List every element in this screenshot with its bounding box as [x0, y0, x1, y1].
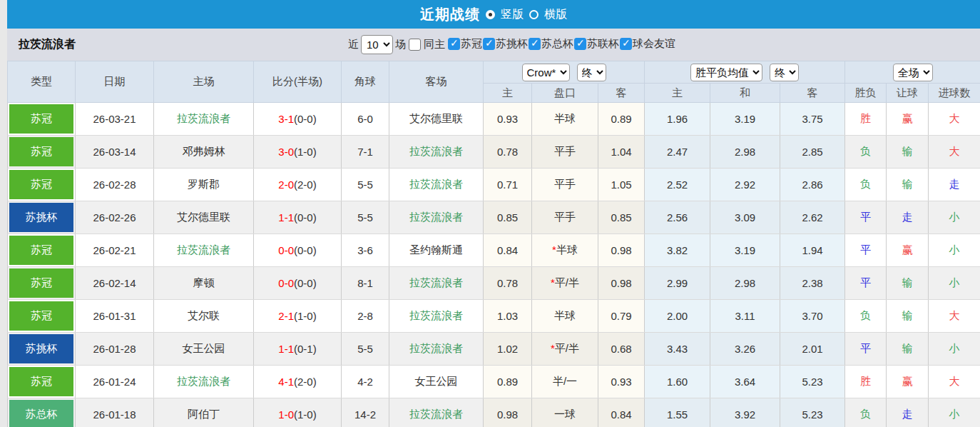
avg-home-odds-cell: 2.52 [645, 169, 710, 201]
company-select[interactable]: Crow* [522, 64, 570, 81]
handicap-cell: *平/半 [532, 267, 598, 300]
fulltime-score: 4-1 [278, 376, 294, 388]
crow-away-odds-cell: 0.93 [598, 366, 645, 398]
radio-horizontal-layout[interactable] [529, 10, 539, 19]
avg-home-odds-cell: 2.00 [645, 300, 710, 333]
avg-away-odds-cell: 5.23 [780, 398, 845, 427]
radio-vertical-label[interactable]: 竖版 [501, 7, 524, 22]
crow-home-odds-cell: 1.03 [484, 300, 532, 333]
radio-horizontal-label[interactable]: 横版 [544, 7, 567, 22]
handicap-cell: 半/一 [532, 366, 598, 398]
crow-home-odds-cell: 0.78 [484, 136, 532, 169]
halftime-score: (2-0) [294, 179, 317, 191]
league-checkbox[interactable] [620, 38, 632, 50]
result-cell: 平 [845, 333, 887, 366]
avg-draw-odds-cell: 2.92 [710, 169, 780, 201]
halftime-score: (0-0) [294, 211, 317, 223]
date-cell: 26-01-24 [76, 366, 154, 398]
avg-away-odds-cell: 2.85 [780, 136, 845, 169]
company-time-select[interactable]: 终 [577, 64, 606, 81]
company-dropdown-group: Crow* 终 [484, 61, 645, 84]
goals-result-cell: 大 [929, 136, 980, 169]
score-cell: 0-0(0-0) [254, 234, 342, 267]
corner-cell: 5-5 [342, 201, 389, 234]
match-row: 苏挑杯26-02-26艾尔德里联1-1(0-0)5-5拉茨流浪者0.85平手0.… [8, 201, 980, 234]
let-ball-result-cell: 输 [887, 267, 929, 300]
league-filter-item: 苏联杯 [573, 37, 619, 51]
handicap-star: * [552, 243, 556, 256]
goals-result-cell: 小 [929, 234, 980, 267]
avg-away-odds-cell: 2.86 [780, 169, 845, 201]
match-row: 苏挑杯26-01-28女王公园1-1(0-1)5-5拉茨流浪者1.02*平/半0… [8, 333, 980, 366]
scope-dropdown-group: 全场 [845, 61, 980, 84]
league-badge: 苏冠 [9, 301, 73, 331]
league-checkbox[interactable] [448, 38, 460, 50]
crow-away-odds-cell: 1.04 [598, 136, 645, 169]
crow-away-odds-cell: 0.68 [598, 333, 645, 366]
away-team-cell: 拉茨流浪者 [389, 267, 484, 300]
corner-cell: 3-6 [342, 234, 389, 267]
filter-bar: 拉茨流浪者 近 10 场 同主 苏冠苏挑杯苏总杯苏联杯球会友谊 [7, 29, 980, 61]
score-cell: 2-1(1-0) [254, 300, 342, 333]
league-checkbox[interactable] [529, 38, 541, 50]
score-cell: 4-1(2-0) [254, 366, 342, 398]
league-label: 苏挑杯 [496, 37, 528, 51]
handicap-cell: 一球 [532, 398, 598, 427]
home-team-cell: 艾尔德里联 [154, 201, 254, 234]
league-filters: 苏冠苏挑杯苏总杯苏联杯球会友谊 [447, 37, 675, 52]
away-team-cell: 圣约翰斯通 [389, 234, 484, 267]
page: 近期战绩 竖版 横版 拉茨流浪者 近 10 场 同主 苏冠苏挑杯苏总杯苏联杯球会… [7, 0, 980, 427]
league-badge: 苏冠 [9, 268, 73, 298]
league-checkbox[interactable] [574, 38, 586, 50]
scope-select[interactable]: 全场 [893, 64, 933, 81]
halftime-score: (2-0) [294, 376, 317, 388]
away-team-cell: 艾尔德里联 [389, 103, 484, 136]
avg-draw-odds-cell: 3.19 [710, 234, 780, 267]
avg-away-odds-cell: 5.23 [780, 366, 845, 398]
odds-time-select[interactable]: 终 [770, 64, 799, 81]
matches-label: 场 [395, 38, 406, 51]
score-cell: 0-0(0-0) [254, 267, 342, 300]
odds-type-select[interactable]: 胜平负均值 [690, 64, 762, 81]
crow-home-odds-cell: 1.02 [484, 333, 532, 366]
avg-home-odds-cell: 3.43 [645, 333, 710, 366]
let-ball-result-cell: 走 [887, 201, 929, 234]
score-cell: 1-1(0-1) [254, 333, 342, 366]
odds-dropdown-group: 胜平负均值 终 [645, 61, 845, 84]
result-cell: 负 [845, 136, 887, 169]
league-type-cell: 苏挑杯 [8, 201, 76, 234]
score-cell: 3-0(1-0) [254, 136, 342, 169]
away-team-cell: 拉茨流浪者 [389, 333, 484, 366]
col-header-corner: 角球 [342, 61, 389, 103]
avg-home-odds-cell: 2.99 [645, 267, 710, 300]
league-type-cell: 苏挑杯 [8, 333, 76, 366]
col-header-type: 类型 [8, 61, 76, 103]
away-team-cell: 拉茨流浪者 [389, 136, 484, 169]
league-badge: 苏挑杯 [9, 203, 73, 232]
goals-result-cell: 小 [929, 398, 980, 427]
date-cell: 26-03-21 [76, 103, 154, 136]
result-cell: 平 [845, 234, 887, 267]
recent-count-select[interactable]: 10 [361, 35, 393, 54]
match-row: 苏冠26-02-28罗斯郡2-0(2-0)5-5拉茨流浪者0.71平手1.052… [8, 169, 980, 201]
same-home-checkbox[interactable] [409, 39, 421, 51]
avg-away-odds-cell: 2.01 [780, 333, 845, 366]
league-type-cell: 苏冠 [8, 136, 76, 169]
league-type-cell: 苏冠 [8, 234, 76, 267]
league-badge: 苏总杯 [9, 400, 73, 427]
corner-cell: 7-1 [342, 136, 389, 169]
subcol-let-ball: 让球 [887, 84, 929, 103]
corner-cell: 5-5 [342, 169, 389, 201]
halftime-score: (1-0) [294, 408, 317, 421]
fulltime-score: 0-0 [278, 277, 294, 289]
result-cell: 负 [845, 398, 887, 427]
radio-vertical-layout[interactable] [486, 10, 495, 19]
score-cell: 2-0(2-0) [254, 169, 342, 201]
let-ball-result-cell: 输 [887, 136, 929, 169]
title-bar: 近期战绩 竖版 横版 [7, 0, 980, 29]
halftime-score: (0-0) [294, 113, 317, 125]
league-label: 苏冠 [461, 37, 482, 51]
league-checkbox[interactable] [483, 38, 495, 50]
avg-draw-odds-cell: 3.64 [710, 366, 780, 398]
home-team-cell: 罗斯郡 [154, 169, 254, 201]
